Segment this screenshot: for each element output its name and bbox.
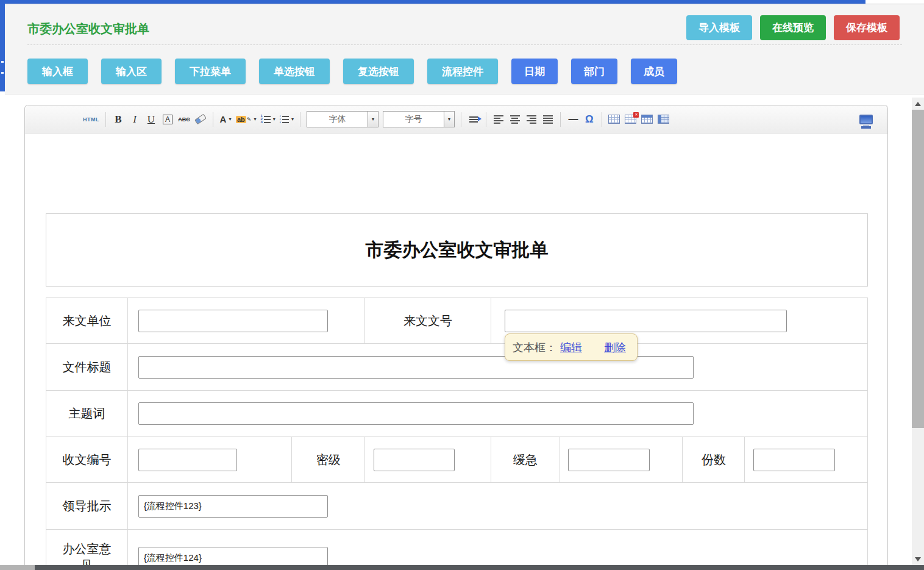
special-char-icon[interactable]: Ω xyxy=(583,112,595,127)
component-button-department[interactable]: 部门 xyxy=(571,59,617,84)
insert-table-icon[interactable] xyxy=(608,112,620,127)
tooltip-label: 文本框： xyxy=(513,340,556,355)
urgency-input[interactable] xyxy=(568,449,650,471)
form-label-urgency: 缓急 xyxy=(491,437,560,482)
form-title: 市委办公室收文审批单 xyxy=(366,238,549,263)
component-button-textarea[interactable]: 输入区 xyxy=(101,59,162,84)
align-justify-icon[interactable] xyxy=(542,112,554,127)
edge-tick xyxy=(1,72,4,74)
component-button-dropdown[interactable]: 下拉菜单 xyxy=(175,59,246,84)
table-cell xyxy=(127,530,867,570)
chevron-down-icon: ▾ xyxy=(368,112,378,127)
source-unit-input[interactable] xyxy=(138,310,328,332)
form-label-leader-remarks: 领导批示 xyxy=(46,483,127,529)
chevron-down-icon: ▾ xyxy=(229,116,231,122)
scroll-down-icon[interactable] xyxy=(912,553,924,565)
table-properties-icon[interactable] xyxy=(641,112,653,127)
window-bottom-edge xyxy=(0,565,924,570)
component-button-flow-control[interactable]: 流程控件 xyxy=(427,59,498,84)
table-cell xyxy=(127,437,292,482)
component-button-input[interactable]: 输入框 xyxy=(27,59,88,84)
toolbar-separator xyxy=(105,112,106,127)
html-source-icon[interactable]: HTML xyxy=(83,112,99,127)
table-cell xyxy=(127,483,867,529)
horizontal-rule-icon[interactable]: — xyxy=(567,112,579,127)
editor-document[interactable]: 市委办公室收文审批单 来文单位 来文文号 文件标题 xyxy=(25,213,887,570)
form-label-source-unit: 来文单位 xyxy=(46,298,127,343)
toolbar-separator xyxy=(213,112,213,127)
font-size-select[interactable]: 字号 ▾ xyxy=(383,111,455,127)
component-button-checkbox[interactable]: 复选按钮 xyxy=(343,59,414,84)
remove-format-icon[interactable] xyxy=(194,112,207,127)
ordered-list-icon[interactable]: 123 ▾ xyxy=(260,112,275,127)
toolbar-separator xyxy=(300,112,300,127)
form-title-box: 市委办公室收文审批单 xyxy=(46,213,868,287)
component-palette: 输入框 输入区 下拉菜单 单选按钮 复选按钮 流程控件 日期 部门 成员 xyxy=(27,59,677,84)
screen: 市委办公室收文审批单 导入模板 在线预览 保存模板 输入框 输入区 下拉菜单 单… xyxy=(0,0,924,570)
vertical-scrollbar[interactable] xyxy=(912,98,924,565)
bold-icon[interactable]: B xyxy=(112,112,124,127)
align-right-icon[interactable] xyxy=(525,112,538,127)
edge-tick xyxy=(1,61,4,63)
form-table: 来文单位 来文文号 文件标题 主题词 xyxy=(46,297,868,570)
component-button-member[interactable]: 成员 xyxy=(631,59,677,84)
form-label-receipt-no: 收文编号 xyxy=(46,437,127,482)
eraser-icon xyxy=(194,114,207,125)
table-row: 收文编号 密级 缓急 份数 xyxy=(46,436,867,482)
delete-link[interactable]: 删除 xyxy=(604,340,626,355)
table-row: 主题词 xyxy=(46,390,867,436)
field-context-tooltip: 文本框： 编辑 删除 xyxy=(505,333,638,361)
import-template-button[interactable]: 导入模板 xyxy=(686,15,752,40)
receipt-no-input[interactable] xyxy=(138,449,237,471)
header-actions: 导入模板 在线预览 保存模板 xyxy=(686,15,900,40)
pencil-icon: ✎ xyxy=(247,116,252,123)
align-left-icon[interactable] xyxy=(492,112,505,127)
component-button-radio[interactable]: 单选按钮 xyxy=(259,59,330,84)
toolbar-separator xyxy=(486,112,486,127)
form-label-office-opinion: 办公室意见 xyxy=(46,530,127,570)
keywords-input[interactable] xyxy=(138,402,694,425)
fullscreen-preview-icon[interactable] xyxy=(859,115,873,124)
chevron-down-icon: ▾ xyxy=(444,112,454,127)
scroll-up-icon[interactable] xyxy=(912,98,924,110)
chevron-down-icon: ▾ xyxy=(254,116,256,122)
font-color-icon[interactable]: A▾ xyxy=(219,112,232,127)
table-cell xyxy=(364,437,491,482)
scrollbar-thumb[interactable] xyxy=(912,110,924,428)
component-button-date[interactable]: 日期 xyxy=(511,59,558,84)
toolbar-separator xyxy=(602,112,602,127)
delete-table-icon[interactable] xyxy=(625,112,637,127)
online-preview-button[interactable]: 在线预览 xyxy=(760,15,826,40)
indent-icon[interactable] xyxy=(467,112,480,127)
toolbar-separator xyxy=(560,112,561,127)
edit-link[interactable]: 编辑 xyxy=(560,340,582,355)
form-label-copies: 份数 xyxy=(682,437,744,482)
highlight-color-icon[interactable]: ab✎▾ xyxy=(236,112,256,127)
chevron-down-icon: ▾ xyxy=(291,116,294,122)
underline-icon[interactable]: U xyxy=(145,112,157,127)
rich-text-editor: HTML B I U A ABC A▾ ab✎▾ 123 ▾ ••• ▾ 字体 … xyxy=(24,105,888,570)
table-cell xyxy=(127,298,364,343)
save-template-button[interactable]: 保存模板 xyxy=(834,15,900,40)
table-cell xyxy=(127,391,867,436)
table-row: 领导批示 xyxy=(46,482,867,529)
table-row: 来文单位 来文文号 xyxy=(46,298,867,343)
cell-properties-icon[interactable] xyxy=(658,112,670,127)
font-family-select[interactable]: 字体 ▾ xyxy=(307,111,378,127)
strikethrough-icon[interactable]: ABC xyxy=(178,112,190,127)
table-cell xyxy=(560,437,683,482)
form-label-doc-title: 文件标题 xyxy=(46,344,127,390)
leader-remarks-flow-control[interactable] xyxy=(138,495,328,518)
unordered-list-icon[interactable]: ••• ▾ xyxy=(280,112,294,127)
italic-icon[interactable]: I xyxy=(129,112,141,127)
doc-number-input[interactable] xyxy=(505,310,787,332)
dashed-divider xyxy=(27,45,902,45)
table-row: 文件标题 xyxy=(46,343,867,390)
copies-input[interactable] xyxy=(753,449,835,471)
form-label-keywords: 主题词 xyxy=(46,391,127,436)
char-border-icon[interactable]: A xyxy=(163,115,172,124)
align-center-icon[interactable] xyxy=(509,112,521,127)
editor-toolbar: HTML B I U A ABC A▾ ab✎▾ 123 ▾ ••• ▾ 字体 … xyxy=(25,105,887,134)
secrecy-input[interactable] xyxy=(374,449,455,471)
toolbar-separator xyxy=(461,112,461,127)
